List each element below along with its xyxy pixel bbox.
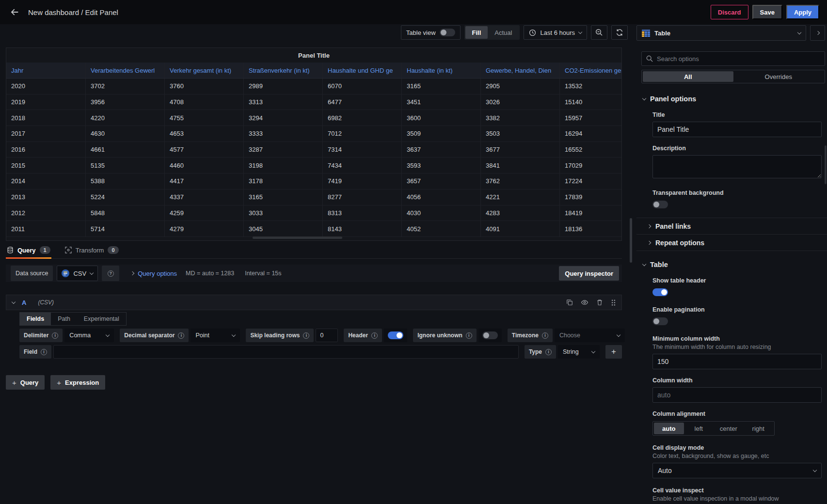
type-select[interactable]: String (558, 345, 600, 359)
ignore-unknown-toggle[interactable] (482, 331, 498, 339)
fill-option[interactable]: Fill (465, 26, 488, 39)
field-input[interactable] (53, 345, 519, 359)
options-scrollbar[interactable] (825, 145, 827, 184)
chevron-right-icon (647, 224, 651, 228)
cell-display-mode-desc: Color text, background, show as gauge, e… (652, 453, 822, 459)
clock-icon (529, 29, 536, 36)
table-view-toggle[interactable] (440, 29, 455, 36)
top-bar: New dashboard / Edit Panel Discard Save … (0, 0, 827, 24)
query-ref-type: (CSV) (38, 299, 54, 306)
datasource-help-button[interactable]: ? (102, 266, 119, 281)
drag-handle-icon[interactable] (611, 299, 616, 306)
query-options-link[interactable]: Query options (138, 270, 177, 277)
cell-value-inspect-label: Cell value inspect (652, 487, 822, 494)
alignment-auto[interactable]: auto (654, 423, 684, 434)
table-cell: 4577 (165, 142, 244, 158)
back-button[interactable] (8, 5, 21, 19)
options-search-input[interactable] (657, 55, 820, 63)
tab-query[interactable]: Query 1 (6, 246, 51, 258)
duplicate-query-button[interactable] (566, 299, 573, 306)
data-table: JahrVerarbeitendes GewerlVerkehr gesamt … (6, 63, 621, 240)
alignment-right[interactable]: right (744, 423, 774, 434)
repeat-options-section[interactable]: Repeat options (636, 234, 827, 251)
panel-title[interactable]: Panel Title (6, 48, 621, 63)
column-header[interactable]: Gewerbe, Handel, Dien (481, 63, 560, 78)
delimiter-label: Delimiter i (19, 329, 63, 342)
column-header[interactable]: Jahr (6, 63, 86, 78)
timezone-select[interactable]: Choose (555, 329, 625, 342)
panel-options-section-header[interactable]: Panel options (636, 94, 827, 104)
tab-experimental[interactable]: Experimental (77, 313, 126, 325)
table-cell: 3033 (244, 205, 323, 221)
column-header[interactable]: Straßenverkehr (in kt) (244, 63, 323, 78)
chevron-down-icon (591, 349, 595, 353)
table-cell: 16552 (560, 142, 621, 158)
tab-transform[interactable]: Transform 0 (64, 246, 120, 258)
table-cell: 5135 (86, 158, 165, 173)
table-cell: 17224 (560, 173, 621, 189)
actual-option[interactable]: Actual (488, 26, 519, 39)
transform-count-badge: 0 (108, 246, 118, 254)
header-toggle[interactable] (388, 331, 403, 339)
zoom-out-button[interactable] (591, 25, 607, 40)
show-table-header-label: Show table header (652, 277, 822, 284)
datasource-picker[interactable]: CSV (57, 266, 98, 281)
visualization-picker[interactable]: Table (636, 25, 806, 41)
table-cell: 8143 (323, 221, 402, 236)
column-header[interactable]: Haushalte und GHD ge (323, 63, 402, 78)
add-expression-button[interactable]: + Expression (50, 375, 105, 390)
query-actions: + Query + Expression (6, 375, 622, 390)
table-cell: 4030 (402, 205, 481, 221)
filter-tab-overrides[interactable]: Overrides (733, 71, 824, 82)
column-header[interactable]: Verarbeitendes Gewerl (86, 63, 165, 78)
discard-button[interactable]: Discard (711, 5, 748, 19)
delimiter-select[interactable]: Comma (64, 329, 114, 342)
table-cell: 4283 (481, 205, 560, 221)
add-field-button[interactable]: + (605, 345, 622, 359)
column-header[interactable]: Haushalte (in kt) (402, 63, 481, 78)
column-header[interactable]: CO2-Emissionen gesar (560, 63, 621, 78)
time-range-picker[interactable]: Last 6 hours (524, 25, 587, 40)
panel-links-section[interactable]: Panel links (636, 218, 827, 234)
chevron-down-icon (642, 96, 646, 100)
show-table-header-toggle[interactable] (652, 288, 668, 296)
editor-scrollbar[interactable] (630, 218, 632, 263)
transparent-background-toggle[interactable] (652, 201, 668, 208)
disable-query-button[interactable] (581, 299, 588, 306)
table-horizontal-scrollbar[interactable] (253, 236, 342, 239)
enable-pagination-toggle[interactable] (652, 317, 668, 325)
tab-fields[interactable]: Fields (20, 313, 51, 325)
cell-display-mode-select[interactable]: Auto (652, 463, 822, 478)
info-icon: i (466, 332, 472, 339)
table-cell: 3287 (244, 142, 323, 158)
table-cell: 17029 (560, 158, 621, 173)
refresh-button[interactable] (611, 25, 628, 40)
table-section-header[interactable]: Table (636, 260, 827, 269)
table-cell: 4708 (165, 94, 244, 110)
filter-tab-all[interactable]: All (643, 71, 733, 82)
query-a-header[interactable]: A (CSV) (6, 295, 622, 310)
chevron-right-icon (647, 240, 651, 244)
apply-button[interactable]: Apply (786, 5, 819, 19)
alignment-center[interactable]: center (714, 423, 744, 434)
table-cell: 18136 (560, 221, 621, 236)
save-button[interactable]: Save (752, 5, 782, 19)
tab-path[interactable]: Path (51, 313, 77, 325)
column-width-input[interactable] (652, 387, 822, 403)
description-textarea[interactable] (652, 155, 822, 178)
column-header[interactable]: Verkehr gesamt (in kt) (165, 63, 244, 78)
skip-leading-rows-input[interactable] (316, 329, 338, 342)
panel-title-input[interactable] (652, 122, 822, 137)
collapse-options-button[interactable] (810, 25, 825, 41)
decimal-separator-select[interactable]: Point (191, 329, 240, 342)
column-width-label: Column width (652, 377, 822, 384)
transform-icon (65, 247, 72, 253)
min-column-width-input[interactable] (652, 354, 822, 369)
info-icon: i (178, 332, 184, 339)
add-query-button[interactable]: + Query (6, 375, 45, 390)
alignment-left[interactable]: left (684, 423, 714, 434)
query-inspector-button[interactable]: Query inspector (559, 266, 619, 281)
delete-query-button[interactable] (596, 299, 603, 306)
description-label: Description (652, 145, 822, 152)
table-cell: 4653 (165, 126, 244, 142)
